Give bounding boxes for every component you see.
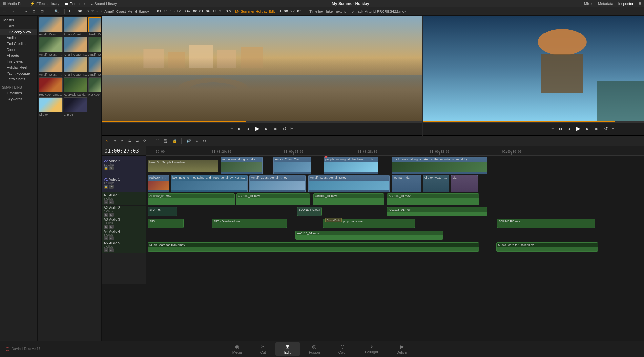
clip-aa0113-a4[interactable]: AA0113_01.mov (295, 231, 443, 240)
thumb-11[interactable]: RedRock_Land... (64, 77, 87, 96)
tab-effects-library[interactable]: ⚡ Effects Library (31, 1, 59, 6)
loop-button[interactable]: ↺ (281, 125, 288, 132)
clip-amalfi8-v1[interactable]: Amalfi_Coast_Aerial_8.mov (308, 175, 390, 192)
lock-tool[interactable]: 🔒 (171, 138, 178, 144)
tl-step-fwd-button[interactable]: ▸ (584, 125, 591, 132)
nav-fusion[interactable]: ◎ Fusion (300, 342, 329, 356)
clip-mountains-v2[interactable]: mountains_along_a_lake_aerial_by_Roma... (221, 157, 263, 174)
inspector-tab[interactable]: Inspector (618, 2, 633, 6)
metadata-tab[interactable]: Metadata (598, 2, 613, 6)
sidebar-item-audio[interactable]: Audio (0, 35, 37, 41)
a2-s[interactable]: S (104, 213, 108, 217)
thumb-7[interactable]: Amalfi_Coast_T... (39, 57, 63, 76)
thumb-13[interactable]: Clip-04 (39, 97, 63, 116)
a1-s[interactable]: S (104, 200, 108, 204)
list-view-button[interactable]: ≡ (24, 8, 29, 15)
thumb-6[interactable]: Amalfi_Coast_T... (88, 37, 101, 56)
sidebar-item-yacht-footage[interactable]: Yacht Footage (0, 70, 37, 76)
timeline-content[interactable]: 16:00 01:00:20:00 01:00:24:00 01:00 (146, 146, 644, 284)
zoom-out-tool[interactable]: ⊖ (202, 138, 207, 144)
next-frame-button[interactable]: ⏭ (272, 125, 279, 132)
nav-fairlight[interactable]: ♪ Fairlight (356, 342, 387, 356)
slide-tool[interactable]: ⇄ (135, 138, 140, 144)
thumb-4[interactable]: Amalfi_Coast_T... (39, 37, 63, 56)
a3-m[interactable]: M (109, 225, 114, 229)
clip-music-score-2[interactable]: Music Score for Trailer.mov (496, 242, 598, 252)
sidebar-item-interviews[interactable]: Interviews (0, 58, 37, 64)
v1-eye[interactable]: 👁 (109, 185, 114, 189)
source-progress-bar[interactable] (102, 121, 422, 122)
expand-icon[interactable]: ⊞ (638, 1, 641, 6)
clip-ab102-1[interactable]: AB0102_01.mov (148, 193, 235, 206)
clip-soundfx[interactable]: SOUND FX.wav (297, 207, 322, 216)
audio-level-tool[interactable]: 🔊 (185, 138, 192, 144)
select-tool[interactable]: ↖ (104, 138, 110, 144)
clip-amalfi-v2[interactable]: Amalfi_Coast_Tren... (273, 157, 311, 174)
step-back-button[interactable]: ◂ (244, 125, 252, 132)
nav-media[interactable]: ◉ Media (223, 342, 251, 356)
razor-tool[interactable]: ✂ (119, 138, 125, 144)
zoom-in-tool[interactable]: ⊕ (194, 138, 200, 144)
thumb-1[interactable]: Amalfi_Coast_A... (39, 17, 63, 36)
clip-aa0113-a2[interactable]: AA0113_01.mov (387, 207, 487, 216)
clip-soundfx-a3[interactable]: SOUND FX.wav (497, 219, 595, 228)
clip-people-v2[interactable]: people_running_at_the_beach_in_brig... (324, 157, 378, 174)
sidebar-item-drone[interactable]: Drone (0, 47, 37, 53)
clip-sfx-overhead[interactable]: SFX - Overhead.wav (212, 219, 287, 228)
curve-tool[interactable]: ⌒ (155, 138, 161, 144)
nav-cut[interactable]: ✂ Cut (251, 342, 275, 356)
sidebar-item-edits[interactable]: Edits (0, 23, 37, 29)
thumb-10[interactable]: RedRock_Land... (39, 77, 63, 96)
sidebar-item-master[interactable]: Master (0, 17, 37, 23)
grid-view-button[interactable]: ⊞ (31, 8, 37, 15)
tab-sound-library[interactable]: ♫ Sound Library (91, 1, 117, 6)
clip-lake-v1[interactable]: lake_next_to_mountains_and_trees_aerial_… (171, 175, 248, 192)
v1-lock[interactable]: 🔒 (104, 185, 108, 189)
detail-view-button[interactable]: ⊟ (39, 8, 45, 15)
thumb-14[interactable]: Clip-05 (64, 97, 87, 116)
tl-next-button[interactable]: ⏭ (593, 125, 600, 132)
undo-button[interactable]: ↩ (2, 8, 8, 15)
nav-color[interactable]: ⬡ Color (329, 342, 356, 356)
v2-eye[interactable]: 👁 (109, 166, 114, 170)
clip-music-score-1[interactable]: Music Score for Trailer.mov (148, 242, 479, 252)
thumb-5[interactable]: Amalfi_Coast_T... (64, 37, 87, 56)
sidebar-item-timelines[interactable]: Timelines (0, 90, 37, 96)
tl-step-back-button[interactable]: ◂ (566, 125, 573, 132)
timeline-progress-bar[interactable] (423, 121, 644, 122)
clip-amalfi7-v1[interactable]: Amalfi_Coast_Aerial_7.mov (249, 175, 306, 192)
sidebar-item-extra-shots[interactable]: Extra Shots (0, 76, 37, 82)
sidebar-item-end-credits[interactable]: End Credits (0, 41, 37, 47)
play-button[interactable]: ▶ (254, 125, 261, 132)
a5-m[interactable]: M (109, 248, 114, 252)
thumb-8[interactable]: Amalfi_Coast_T... (64, 57, 87, 76)
retime-tool[interactable]: ⟳ (142, 138, 148, 144)
tl-loop-button[interactable]: ↺ (602, 125, 610, 132)
a4-s[interactable]: S (104, 236, 108, 240)
clip-ab102-3[interactable]: AB0102_01.mov (313, 193, 384, 206)
thumb-3[interactable]: Amalfi_Coast_A... (88, 17, 101, 36)
clip-ab102-2[interactable]: AB0102_01.mov (236, 193, 310, 206)
thumb-2[interactable]: Amalfi_Coast_A... (64, 17, 87, 36)
nav-deliver[interactable]: ▶ Deliver (387, 342, 417, 356)
tl-play-button[interactable]: ▶ (575, 125, 582, 132)
a1-m[interactable]: M (109, 200, 114, 204)
link-tool[interactable]: ⛓ (163, 138, 169, 144)
thumb-12[interactable]: RedRock_Land... (88, 77, 101, 96)
step-fwd-button[interactable]: ▸ (263, 125, 270, 132)
clip-sfx-je[interactable]: SFX - je... (148, 207, 177, 216)
v2-lock[interactable]: 🔒 (104, 166, 108, 170)
a3-s[interactable]: S (104, 225, 108, 229)
sidebar-item-holiday-reel[interactable]: Holiday Reel (0, 64, 37, 70)
redo-button[interactable]: ↪ (10, 8, 16, 15)
clip-woman-v1[interactable]: woman_rid... (392, 175, 421, 192)
sidebar-item-balcony-view[interactable]: Balcony View (0, 29, 37, 35)
tab-media-pool[interactable]: ▦ Media Pool (3, 1, 25, 6)
clip-redrock[interactable]: redRock_Talent_3... (148, 175, 169, 192)
clip-forest-v2[interactable]: thick_forest_along_a_lake_by_the_mountai… (392, 157, 487, 174)
sidebar-item-airports[interactable]: Airports (0, 53, 37, 58)
a2-m[interactable]: M (109, 213, 114, 217)
slip-tool[interactable]: ⇆ (127, 138, 133, 144)
tl-prev-button[interactable]: ⏮ (556, 125, 564, 132)
search-button[interactable]: 🔍 (53, 8, 60, 15)
